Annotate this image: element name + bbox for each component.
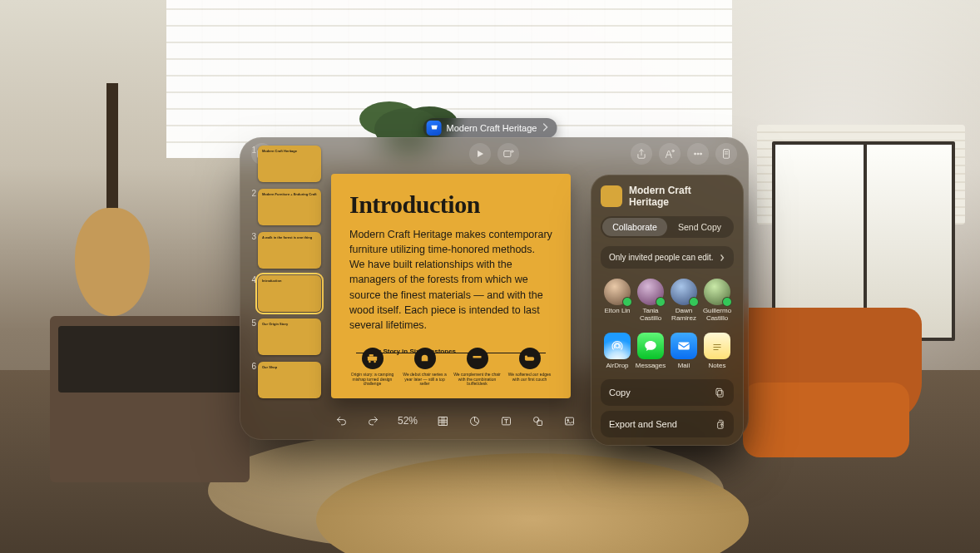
status-badge [656, 297, 666, 307]
keynote-app-icon [427, 121, 442, 136]
svg-rect-29 [716, 388, 721, 395]
share-apps-row: AirDrop Messages Mail Notes [601, 333, 734, 369]
status-badge [722, 297, 732, 307]
svg-rect-11 [369, 354, 374, 357]
svg-rect-14 [473, 356, 482, 358]
svg-rect-2 [504, 151, 511, 157]
play-button[interactable] [469, 143, 491, 165]
slide-number: 4 [248, 275, 256, 284]
svg-rect-16 [525, 356, 527, 358]
slide-number: 6 [248, 362, 256, 371]
redo-button[interactable] [363, 411, 383, 431]
slide-thumbnail[interactable]: A walk in the forest is one thing [258, 232, 321, 269]
messages-icon [637, 333, 664, 359]
window-title-pill[interactable]: Modern Craft Heritage [423, 118, 557, 138]
svg-point-13 [374, 361, 376, 363]
permissions-row[interactable]: Only invited people can edit. [601, 246, 734, 269]
share-contact[interactable]: Tania Castillo [634, 279, 667, 323]
svg-point-12 [369, 361, 371, 363]
slide-thumbnail[interactable]: Our Origin Story [258, 318, 321, 355]
share-contact[interactable]: Elton Lin [601, 279, 634, 323]
document-settings-button[interactable] [715, 143, 737, 165]
share-app-mail[interactable]: Mail [667, 333, 700, 369]
status-badge [689, 297, 699, 307]
permissions-label: Only invited people can edit. [609, 253, 714, 262]
slide-thumbnail[interactable]: Our Shop [258, 362, 321, 398]
slide-heading: Introduction [349, 190, 552, 219]
slide-canvas[interactable]: Introduction Modern Craft Heritage makes… [331, 174, 571, 398]
share-document-title: Modern Craft Heritage [629, 185, 734, 208]
chevron-right-icon [542, 123, 548, 133]
export-send-action[interactable]: Export and Send [601, 411, 734, 437]
share-app-messages[interactable]: Messages [634, 333, 667, 369]
svg-point-6 [697, 153, 699, 155]
share-app-airdrop[interactable]: AirDrop [601, 333, 634, 369]
copy-icon [714, 387, 725, 398]
milestone-icon [362, 348, 384, 369]
share-people-row: Elton Lin Tania Castillo Dawn Ramirez Gu… [601, 279, 734, 323]
share-button[interactable] [631, 143, 652, 165]
export-icon [714, 418, 725, 430]
format-button[interactable] [659, 143, 681, 165]
slide-number: 5 [248, 318, 256, 328]
svg-point-5 [695, 153, 696, 155]
svg-point-20 [533, 417, 538, 422]
avatar [604, 279, 631, 305]
chevron-right-icon [719, 254, 725, 262]
undo-button[interactable] [331, 411, 351, 431]
svg-point-26 [616, 343, 620, 348]
svg-rect-27 [678, 342, 690, 349]
slide-thumbnail-selected[interactable]: Introduction [258, 275, 321, 312]
share-contact[interactable]: Dawn Ramirez [667, 279, 700, 323]
tab-send-copy[interactable]: Send Copy [667, 218, 732, 236]
slide-navigator[interactable]: 1 Modern Craft Heritage 2 Modern Furnitu… [246, 144, 324, 403]
slide-thumbnail[interactable]: Modern Craft Heritage [258, 146, 321, 182]
insert-table-button[interactable] [433, 411, 453, 431]
more-button[interactable] [687, 143, 709, 165]
slide-number: 3 [248, 232, 256, 241]
share-contact[interactable]: Guillermo Castillo [700, 279, 734, 323]
svg-point-23 [567, 419, 568, 421]
milestone-icon [467, 348, 488, 369]
slide-number: 1 [248, 146, 256, 155]
share-mode-segmented[interactable]: Collaborate Send Copy [601, 216, 734, 238]
svg-rect-17 [438, 417, 447, 425]
insert-media-button[interactable] [559, 411, 579, 431]
avatar [637, 279, 664, 305]
share-popover: Modern Craft Heritage Collaborate Send C… [591, 175, 744, 446]
svg-rect-28 [718, 390, 723, 397]
milestone-icon [519, 348, 541, 369]
tab-collaborate[interactable]: Collaborate [602, 218, 667, 236]
svg-point-4 [672, 150, 674, 151]
copy-action[interactable]: Copy [601, 379, 734, 406]
insert-shape-button[interactable] [527, 411, 547, 431]
svg-rect-10 [368, 357, 377, 361]
status-badge [622, 297, 632, 307]
notes-icon [704, 333, 730, 359]
milestone-row: Origin story: a camping mishap turned de… [346, 348, 556, 387]
document-title: Modern Craft Heritage [447, 123, 537, 133]
slide-number: 2 [248, 189, 256, 198]
avatar [671, 279, 697, 305]
bottom-toolbar: 52% [331, 408, 579, 433]
mail-icon [671, 333, 697, 359]
insert-chart-button[interactable] [464, 411, 484, 431]
slide-thumbnail[interactable]: Modern Furniture + Enduring Craft [258, 189, 321, 225]
milestone-icon [414, 348, 436, 369]
share-app-notes[interactable]: Notes [700, 333, 734, 369]
keynote-live-button[interactable] [497, 143, 519, 165]
insert-text-button[interactable] [496, 411, 516, 431]
document-thumbnail-icon [601, 185, 622, 207]
zoom-level[interactable]: 52% [394, 415, 421, 427]
svg-point-7 [700, 153, 702, 155]
avatar [704, 279, 730, 305]
svg-point-3 [512, 151, 513, 152]
slide-body-text: Modern Craft Heritage makes contemporary… [349, 227, 552, 333]
airdrop-icon [604, 333, 631, 359]
